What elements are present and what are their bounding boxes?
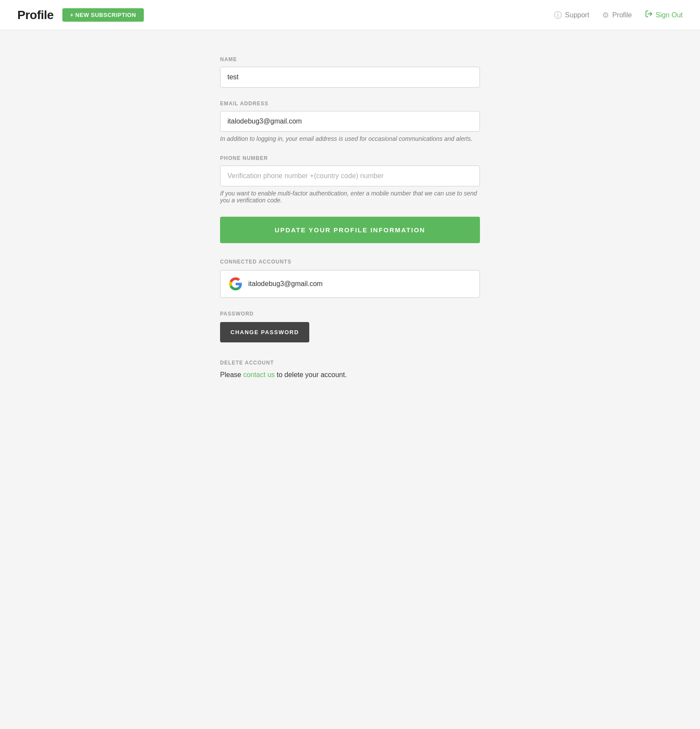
google-icon: [229, 277, 242, 290]
phone-section: PHONE NUMBER If you want to enable multi…: [220, 155, 480, 204]
nav-profile[interactable]: ⚙ Profile: [602, 10, 632, 20]
email-label: EMAIL ADDRESS: [220, 101, 480, 107]
name-section: NAME: [220, 56, 480, 88]
header: Profile + NEW SUBSCRIPTION ⓘ Support ⚙ P…: [0, 0, 700, 30]
email-section: EMAIL ADDRESS In addition to logging in,…: [220, 101, 480, 142]
support-icon: ⓘ: [554, 10, 562, 20]
nav-sign-out-label: Sign Out: [656, 11, 683, 19]
delete-text-after: to delete your account.: [275, 371, 347, 378]
nav-support[interactable]: ⓘ Support: [554, 10, 589, 20]
email-hint: In addition to logging in, your email ad…: [220, 135, 480, 142]
name-input[interactable]: [220, 67, 480, 88]
page-title: Profile: [17, 8, 54, 22]
new-subscription-button[interactable]: + NEW SUBSCRIPTION: [62, 8, 144, 22]
email-input[interactable]: [220, 111, 480, 132]
phone-label: PHONE NUMBER: [220, 155, 480, 161]
phone-hint: If you want to enable multi-factor authe…: [220, 190, 480, 204]
delete-account-label: DELETE ACCOUNT: [220, 360, 480, 366]
connected-account-item: italodebug3@gmail.com: [220, 270, 480, 298]
header-left: Profile + NEW SUBSCRIPTION: [17, 8, 144, 22]
gear-icon: ⚙: [602, 10, 609, 20]
main-content: NAME EMAIL ADDRESS In addition to loggin…: [211, 56, 489, 379]
password-section: PASSWORD CHANGE PASSWORD: [220, 311, 480, 342]
name-label: NAME: [220, 56, 480, 62]
connected-account-email: italodebug3@gmail.com: [248, 280, 323, 288]
update-profile-button[interactable]: UPDATE YOUR PROFILE INFORMATION: [220, 217, 480, 243]
connected-accounts-section: CONNECTED ACCOUNTS italodebug3@gmail.com: [220, 259, 480, 298]
contact-us-link[interactable]: contact us: [243, 371, 275, 378]
delete-account-text: Please contact us to delete your account…: [220, 371, 480, 379]
nav-profile-label: Profile: [612, 11, 632, 19]
change-password-button[interactable]: CHANGE PASSWORD: [220, 322, 309, 342]
password-label: PASSWORD: [220, 311, 480, 317]
nav-support-label: Support: [565, 11, 589, 19]
connected-accounts-label: CONNECTED ACCOUNTS: [220, 259, 480, 265]
power-icon: [645, 10, 653, 20]
delete-text-before: Please: [220, 371, 243, 378]
delete-account-section: DELETE ACCOUNT Please contact us to dele…: [220, 360, 480, 379]
header-nav: ⓘ Support ⚙ Profile Sign Out: [554, 10, 683, 20]
phone-input[interactable]: [220, 166, 480, 186]
nav-sign-out[interactable]: Sign Out: [645, 10, 683, 20]
